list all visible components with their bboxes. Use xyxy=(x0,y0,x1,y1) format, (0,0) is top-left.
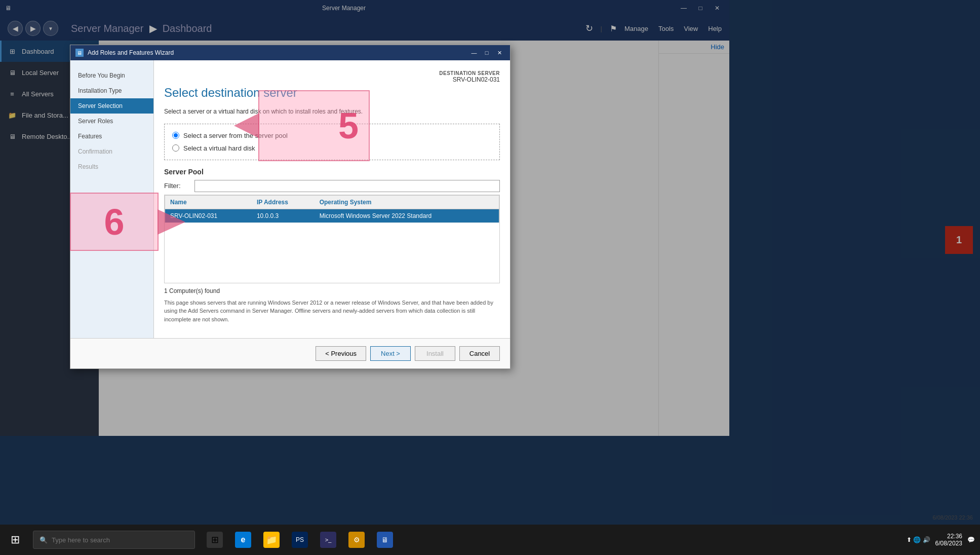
wizard-body: Before You Begin Installation Type Serve… xyxy=(70,60,510,338)
wizard-main-content: DESTINATION SERVER SRV-OLIN02-031 Select… xyxy=(154,60,510,338)
wizard-close-button[interactable]: ✕ xyxy=(494,48,505,57)
install-button[interactable]: Install xyxy=(415,346,455,361)
server-table-container: Name IP Address Operating System SRV-OLI… xyxy=(164,195,500,283)
wizard-page-title: Select destination server xyxy=(164,86,500,100)
wizard-titlebar-buttons: — □ ✕ xyxy=(468,48,505,57)
wizard-nav-server-roles[interactable]: Server Roles xyxy=(70,114,153,129)
radio-vhd-input[interactable] xyxy=(172,144,179,152)
computers-found: 1 Computer(s) found xyxy=(164,287,500,294)
radio-server-pool-label[interactable]: Select a server from the server pool xyxy=(183,132,288,139)
col-os[interactable]: Operating System xyxy=(315,195,499,209)
cancel-button[interactable]: Cancel xyxy=(459,346,500,361)
search-input[interactable] xyxy=(52,536,178,544)
search-icon: 🔍 xyxy=(40,536,48,544)
pool-section: Server Pool Filter: Name IP Address xyxy=(164,168,500,328)
previous-button[interactable]: < Previous xyxy=(316,346,366,361)
taskbar-icon-app1[interactable]: ⚙ xyxy=(344,525,369,555)
clock-time: 22:36 xyxy=(947,533,962,540)
wizard-nav-confirmation[interactable]: Confirmation xyxy=(70,144,153,159)
terminal-icon: PS xyxy=(292,532,308,548)
wizard-nav-server-selection[interactable]: Server Selection xyxy=(70,98,153,114)
taskbar-app-icons: ⊞ e 📁 PS >_ ⚙ xyxy=(203,525,397,555)
dest-name: SRV-OLIN02-031 xyxy=(164,76,500,83)
wizard-nav-installation-type[interactable]: Installation Type xyxy=(70,83,153,98)
pool-note: This page shows servers that are running… xyxy=(164,299,500,324)
taskbar-search-box[interactable]: 🔍 xyxy=(33,531,195,549)
edge-icon: e xyxy=(235,532,251,548)
cell-ip: 10.0.0.3 xyxy=(252,209,315,223)
wizard-dialog: 🖥 Add Roles and Features Wizard — □ ✕ Be… xyxy=(70,45,511,369)
col-ip[interactable]: IP Address xyxy=(252,195,315,209)
table-header-row: Name IP Address Operating System xyxy=(165,195,499,209)
task-view-icon: ⊞ xyxy=(207,532,223,548)
desktop: 🖥 Server Manager — □ ✕ ◀ ▶ ▼ Server Mana… xyxy=(0,0,980,555)
wizard-titlebar-title: Add Roles and Features Wizard xyxy=(88,49,468,56)
cell-os: Microsoft Windows Server 2022 Standard xyxy=(315,209,499,223)
server-mgr-icon: 🖥 xyxy=(377,532,393,548)
windows-icon: ⊞ xyxy=(11,533,20,546)
radio-vhd[interactable]: Select a virtual hard disk xyxy=(172,142,492,155)
taskbar-icon-server-mgr[interactable]: 🖥 xyxy=(373,525,397,555)
wizard-minimize-button[interactable]: — xyxy=(468,48,480,57)
filter-input[interactable] xyxy=(194,180,500,192)
taskbar-icon-edge[interactable]: e xyxy=(231,525,255,555)
wizard-maximize-button[interactable]: □ xyxy=(481,48,492,57)
cell-name: SRV-OLIN02-031 xyxy=(165,209,252,223)
server-table: Name IP Address Operating System SRV-OLI… xyxy=(165,195,499,223)
radio-server-pool[interactable]: Select a server from the server pool xyxy=(172,129,492,142)
dest-label: DESTINATION SERVER xyxy=(164,70,500,76)
radio-group: Select a server from the server pool Sel… xyxy=(164,124,500,160)
notification-center-icon[interactable]: 💬 xyxy=(967,536,975,543)
wizard-nav-features[interactable]: Features xyxy=(70,129,153,144)
wizard-icon: 🖥 xyxy=(75,49,84,57)
pool-title: Server Pool xyxy=(164,168,500,176)
radio-vhd-label[interactable]: Select a virtual hard disk xyxy=(183,144,255,152)
taskbar-icon-terminal2[interactable]: >_ xyxy=(316,525,340,555)
sys-tray-icons[interactable]: ⬆ 🌐 🔊 xyxy=(907,536,930,543)
wizard-nav: Before You Begin Installation Type Serve… xyxy=(70,60,154,338)
radio-server-pool-input[interactable] xyxy=(172,132,179,139)
filter-row: Filter: xyxy=(164,180,500,192)
col-name[interactable]: Name xyxy=(165,195,252,209)
wizard-titlebar: 🖥 Add Roles and Features Wizard — □ ✕ xyxy=(70,45,510,60)
explorer-icon: 📁 xyxy=(263,532,280,548)
clock-date: 6/08/2023 xyxy=(935,540,962,547)
taskbar-clock: 22:36 6/08/2023 xyxy=(935,533,962,547)
next-button[interactable]: Next > xyxy=(370,346,411,361)
wizard-description: Select a server or a virtual hard disk o… xyxy=(164,107,500,116)
wizard-nav-before-you-begin[interactable]: Before You Begin xyxy=(70,68,153,83)
filter-label: Filter: xyxy=(164,182,189,190)
dest-server-header: DESTINATION SERVER SRV-OLIN02-031 xyxy=(164,70,500,83)
taskbar-icon-explorer[interactable]: 📁 xyxy=(259,525,284,555)
taskbar-icon-task-view[interactable]: ⊞ xyxy=(203,525,227,555)
taskbar-right: ⬆ 🌐 🔊 22:36 6/08/2023 💬 xyxy=(907,533,980,547)
wizard-nav-results[interactable]: Results xyxy=(70,159,153,174)
wizard-footer: < Previous Next > Install Cancel xyxy=(70,338,510,368)
taskbar: ⊞ 🔍 ⊞ e 📁 PS xyxy=(0,525,980,555)
taskbar-icon-terminal[interactable]: PS xyxy=(288,525,312,555)
start-button[interactable]: ⊞ xyxy=(0,525,30,555)
table-row[interactable]: SRV-OLIN02-031 10.0.0.3 Microsoft Window… xyxy=(165,209,499,223)
terminal2-icon: >_ xyxy=(320,532,336,548)
app1-icon: ⚙ xyxy=(348,532,365,548)
